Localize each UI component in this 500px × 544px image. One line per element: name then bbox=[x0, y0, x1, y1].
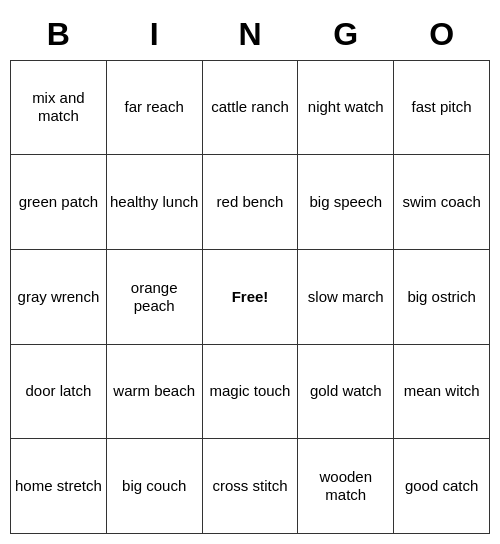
bingo-row-4: door latchwarm beachmagic touchgold watc… bbox=[11, 344, 490, 439]
bingo-header-i: I bbox=[106, 10, 202, 60]
bingo-cell-r4-c2: warm beach bbox=[106, 344, 202, 439]
bingo-cell-r5-c2: big couch bbox=[106, 439, 202, 534]
bingo-cell-r1-c4: night watch bbox=[298, 60, 394, 155]
bingo-row-1: mix and matchfar reachcattle ranchnight … bbox=[11, 60, 490, 155]
bingo-cell-r5-c4: wooden match bbox=[298, 439, 394, 534]
bingo-cell-r4-c1: door latch bbox=[11, 344, 107, 439]
bingo-cell-r3-c3: Free! bbox=[202, 249, 298, 344]
bingo-row-5: home stretchbig couchcross stitchwooden … bbox=[11, 439, 490, 534]
bingo-header-g: G bbox=[298, 10, 394, 60]
bingo-cell-r2-c1: green patch bbox=[11, 155, 107, 250]
bingo-cell-r4-c3: magic touch bbox=[202, 344, 298, 439]
bingo-card: BINGO mix and matchfar reachcattle ranch… bbox=[10, 10, 490, 534]
bingo-cell-r2-c2: healthy lunch bbox=[106, 155, 202, 250]
bingo-cell-r5-c1: home stretch bbox=[11, 439, 107, 534]
bingo-header-o: O bbox=[394, 10, 490, 60]
bingo-cell-r5-c5: good catch bbox=[394, 439, 490, 534]
bingo-cell-r1-c5: fast pitch bbox=[394, 60, 490, 155]
bingo-row-2: green patchhealthy lunchred benchbig spe… bbox=[11, 155, 490, 250]
bingo-cell-r4-c4: gold watch bbox=[298, 344, 394, 439]
bingo-cell-r3-c2: orange peach bbox=[106, 249, 202, 344]
bingo-cell-r3-c1: gray wrench bbox=[11, 249, 107, 344]
bingo-cell-r1-c2: far reach bbox=[106, 60, 202, 155]
bingo-cell-r5-c3: cross stitch bbox=[202, 439, 298, 534]
bingo-cell-r1-c1: mix and match bbox=[11, 60, 107, 155]
bingo-cell-r3-c5: big ostrich bbox=[394, 249, 490, 344]
bingo-cell-r1-c3: cattle ranch bbox=[202, 60, 298, 155]
bingo-cell-r2-c5: swim coach bbox=[394, 155, 490, 250]
bingo-cell-r2-c3: red bench bbox=[202, 155, 298, 250]
bingo-cell-r2-c4: big speech bbox=[298, 155, 394, 250]
bingo-row-3: gray wrenchorange peachFree!slow marchbi… bbox=[11, 249, 490, 344]
bingo-header-n: N bbox=[202, 10, 298, 60]
bingo-cell-r3-c4: slow march bbox=[298, 249, 394, 344]
bingo-cell-r4-c5: mean witch bbox=[394, 344, 490, 439]
bingo-header-b: B bbox=[11, 10, 107, 60]
